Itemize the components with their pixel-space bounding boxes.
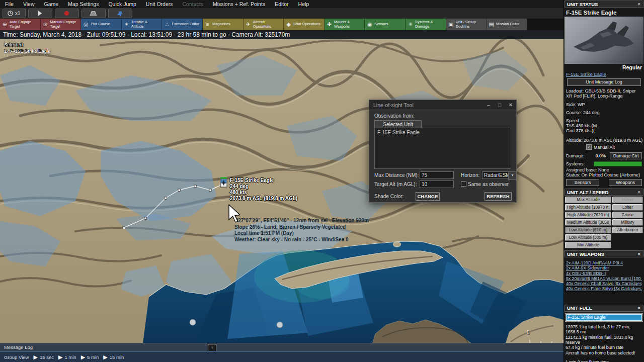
same-as-observer-checkbox[interactable] — [461, 181, 466, 187]
horizon-dropdown-icon[interactable]: ▾ — [508, 171, 517, 180]
unit-db-link[interactable]: F-15E Strike Eagle — [564, 71, 644, 78]
horizon-label: Horizon: — [461, 172, 479, 178]
menu-missions-ref-points[interactable]: Missions + Ref. Points — [213, 1, 265, 7]
high-altitude-7620-button[interactable]: High Altitude (7620 m) — [565, 212, 611, 218]
course-text: Course: 244 deg — [564, 110, 644, 115]
auto-engage-target-button[interactable]: ⊕Auto Engage Target — [0, 19, 41, 30]
magazines-button[interactable]: ≡Magazines — [203, 19, 244, 30]
medium-altitude-button[interactable]: Medium Altitude (3858 — [565, 219, 611, 226]
weapons-panel-button[interactable]: Weapons — [609, 179, 642, 186]
cursor-map-info: N27°07'29", E54°51'40" - 12nm from sel -… — [234, 218, 369, 243]
aircraft-operations-button[interactable]: ✈Aircraft Operations — [244, 19, 284, 30]
throttle-afterburner-button[interactable]: Afterburner — [612, 227, 643, 233]
formation-icon: ∴ — [164, 21, 170, 27]
formation-editor-button[interactable]: ∴Formation Editor — [162, 19, 203, 30]
interval-15sec-button[interactable]: ▶15 sec — [33, 354, 53, 360]
sensors-icon: ◉ — [366, 21, 373, 27]
weapon-link[interactable]: 40x Generic Flare Salvo [3x Cartridges, … — [566, 286, 642, 291]
collapse-icon[interactable]: « — [637, 252, 642, 255]
play-button[interactable] — [28, 9, 52, 18]
weapon-link[interactable]: 2x AIM-120D AMRAAM P3I.4 — [566, 260, 642, 265]
unit-icon — [220, 177, 227, 188]
unit-status-header[interactable]: UNIT STATUS « — [565, 1, 643, 8]
pointer-button[interactable] — [108, 9, 132, 18]
mission-editor-icon: ▤ — [488, 21, 495, 27]
collapse-icon[interactable]: « — [637, 307, 642, 310]
unit-alt-speed-header[interactable]: UNIT ALT / SPEED « — [565, 189, 643, 196]
selected-label: Selected: — [4, 41, 50, 48]
plot-course-icon: ◎ — [83, 21, 89, 27]
unit-weapons-header[interactable]: UNIT WEAPONS « — [565, 250, 643, 257]
interval-15min-button[interactable]: ▶15 min — [103, 354, 124, 360]
line-of-sight-dialog: Line-of-sight Tool – □ ✕ Observation fro… — [369, 100, 517, 203]
time-compression-button[interactable]: x1 — [3, 9, 26, 18]
menu-unit-orders[interactable]: Unit Orders — [146, 1, 173, 7]
menu-game[interactable]: Game — [44, 1, 59, 7]
sensors-button[interactable]: ◉Sensors — [365, 19, 406, 30]
interval-5min-button[interactable]: ▶5 min — [81, 354, 99, 360]
altitude-text: Altitude: 2073.8 m ASL (819.8 m AGL) — [564, 138, 644, 143]
boat-icon: ◆ — [285, 21, 292, 27]
unit-group-doctrine-button[interactable]: ▣Unit / Group Doctrine — [446, 19, 487, 30]
unit-fuel-header[interactable]: UNIT FUEL « — [565, 305, 643, 312]
plot-course-button[interactable]: ◎Plot Course — [81, 19, 122, 30]
record-button[interactable] — [55, 9, 79, 18]
menu-file[interactable]: File — [5, 1, 14, 7]
minimize-icon[interactable]: – — [483, 102, 494, 108]
throttle-altitude-button[interactable]: ✶Throttle & Altitude — [122, 19, 163, 30]
low-altitude-610-button[interactable]: Low Altitude (610 m) — [565, 227, 611, 233]
menu-help[interactable]: Help — [298, 1, 309, 7]
weapon-link[interactable]: 40x Generic Chaff Salvo [8x Cartridges] — [566, 281, 642, 286]
time-step-bar: Group View ▶15 sec ▶1 min ▶5 min ▶15 min — [0, 351, 564, 362]
collapse-icon[interactable]: « — [637, 3, 642, 6]
unit-message-log-button[interactable]: Unit Message Log — [567, 78, 641, 86]
throttle-military-button[interactable]: Military — [612, 219, 643, 226]
high-altitude-10973-button[interactable]: High Altitude (10973 m — [565, 204, 611, 211]
change-button[interactable]: CHANGE — [416, 192, 440, 201]
min-altitude-button[interactable]: Min Altitude — [565, 242, 611, 248]
manual-alt-checkbox[interactable]: ✓ — [586, 144, 592, 150]
message-log-expand-button[interactable]: ↑ — [208, 344, 216, 351]
menu-view[interactable]: View — [23, 1, 35, 7]
map-view-button[interactable] — [82, 9, 106, 18]
observer-list[interactable]: F-15E Strike Eagle — [374, 128, 511, 169]
max-altitude-button[interactable]: Max Altitude — [565, 197, 611, 203]
weapon-link[interactable]: 5x 20mm/85 M61A1 Vulcan Burst [100 rnds — [566, 276, 642, 281]
close-icon[interactable]: ✕ — [505, 102, 516, 108]
group-view-label: Group View — [4, 354, 29, 360]
boat-operations-button[interactable]: ◆Boat Operations — [284, 19, 325, 30]
target-alt-label: Target Alt (m AGL): — [374, 182, 417, 187]
horizon-select[interactable]: Radar/ESM — [482, 171, 509, 179]
mission-editor-button[interactable]: ▤Mission Editor — [487, 19, 527, 30]
refresh-button[interactable]: REFRESH — [485, 192, 512, 201]
maximize-icon[interactable]: □ — [494, 102, 505, 108]
target-alt-input[interactable] — [420, 180, 454, 188]
throttle-loiter-button[interactable]: Loiter — [612, 204, 643, 211]
low-altitude-305-button[interactable]: Low Altitude (305 m) — [565, 234, 611, 241]
observer-list-item[interactable]: F-15E Strike Eagle — [375, 128, 511, 137]
same-as-observer-label: Same as observer — [468, 182, 509, 187]
max-distance-input[interactable] — [420, 171, 454, 179]
time-status-bar: Time: Sunday, March 4, 2018 - Zulu: 09:5… — [0, 30, 564, 39]
menu-quick-jump[interactable]: Quick Jump — [108, 1, 136, 7]
sensors-panel-button[interactable]: Sensors — [566, 179, 599, 186]
tab-selected-unit[interactable]: Selected Unit — [374, 120, 422, 128]
weapon-link[interactable]: 4x GBU-53/B SDB-II — [566, 271, 642, 276]
manual-engage-target-button[interactable]: ⊛Manual Engage Target — [41, 19, 82, 30]
systems-damage-button[interactable]: ✳Systems & Damage — [406, 19, 446, 30]
play-icon — [38, 11, 42, 16]
right-sidebar: UNIT STATUS « F-15E Strike Eagle Regular… — [564, 0, 644, 362]
menu-map-settings[interactable]: Map Settings — [68, 1, 99, 7]
throttle-cruise-button[interactable]: Cruise — [612, 212, 643, 218]
damage-ctrl-button[interactable]: Damage Ctrl — [610, 152, 642, 159]
weapon-link[interactable]: 2x AIM-9X Sidewinder — [566, 265, 642, 270]
menu-editor[interactable]: Editor — [275, 1, 288, 7]
time-multiplier: x1 — [15, 11, 21, 16]
fuel-unit-selected[interactable]: F-15E Strike Eagle — [566, 314, 642, 321]
collapse-icon[interactable]: « — [637, 191, 642, 194]
mounts-weapons-button[interactable]: ✚Mounts & Weapons — [325, 19, 365, 30]
interval-1min-button[interactable]: ▶1 min — [58, 354, 76, 360]
message-log-bar[interactable]: Message Log ↑ — [0, 343, 564, 351]
play-icon: ▶ — [33, 354, 37, 360]
throttle-hover-button: Hover — [612, 197, 643, 203]
